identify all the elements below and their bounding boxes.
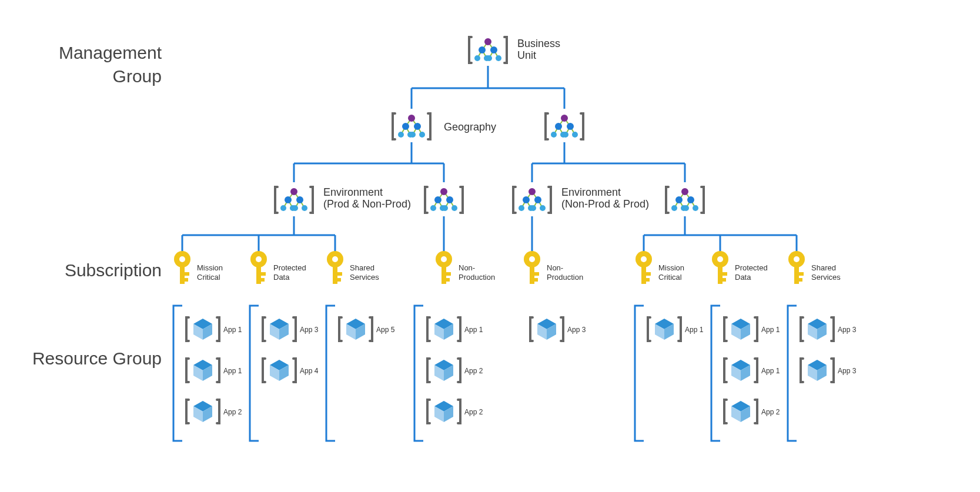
resource-group: App 3 — [801, 317, 857, 341]
subscription: Non-Production — [436, 251, 495, 284]
svg-text:App 3: App 3 — [838, 367, 857, 375]
subscription: SharedServices — [327, 251, 379, 284]
svg-text:(Prod & Non-Prod): (Prod & Non-Prod) — [323, 198, 411, 210]
subscription: MissionCritical — [636, 251, 684, 284]
svg-text:Services: Services — [811, 273, 841, 282]
node-env-right: Environment — [561, 186, 621, 198]
label-subscription: Subscription — [65, 260, 162, 280]
resource-group: App 5 — [339, 317, 395, 341]
resource-group: App 2 — [427, 400, 483, 423]
key-icon — [636, 251, 652, 284]
cube-icon — [427, 359, 460, 382]
svg-text:App 2: App 2 — [464, 408, 483, 416]
svg-text:Services: Services — [350, 273, 379, 282]
svg-text:App 1: App 1 — [223, 326, 242, 334]
diagram-canvas: Management Group Subscription Resource G… — [0, 0, 980, 492]
cube-icon — [186, 400, 219, 423]
svg-text:App 2: App 2 — [223, 408, 242, 416]
svg-text:Critical: Critical — [658, 273, 682, 282]
cube-icon — [427, 400, 460, 423]
svg-text:Non-: Non- — [547, 263, 563, 272]
key-icon — [436, 251, 452, 284]
svg-text:App 3: App 3 — [300, 326, 319, 334]
svg-text:App 5: App 5 — [376, 326, 395, 334]
management-group-icon — [546, 113, 583, 139]
svg-text:Production: Production — [547, 273, 583, 282]
key-icon — [250, 251, 267, 284]
svg-text:Data: Data — [273, 273, 290, 282]
node-business-unit: Business — [517, 38, 560, 49]
label-management-group: Management — [59, 43, 162, 62]
svg-text:App 2: App 2 — [464, 367, 483, 375]
svg-text:App 1: App 1 — [761, 326, 780, 334]
management-group-icon — [513, 187, 551, 213]
management-group-icon — [469, 37, 507, 63]
key-icon — [524, 251, 540, 284]
management-group-icon — [666, 187, 704, 213]
resource-group: App 1 — [724, 317, 780, 341]
resource-group: App 1 — [724, 359, 780, 382]
cube-icon — [724, 317, 757, 341]
svg-text:Protected: Protected — [273, 263, 306, 272]
svg-text:Data: Data — [735, 273, 751, 282]
svg-text:Production: Production — [459, 273, 495, 282]
resource-group: App 4 — [263, 359, 319, 382]
svg-text:Shared: Shared — [350, 263, 374, 272]
cube-icon — [801, 359, 834, 382]
cube-icon — [339, 317, 372, 341]
resource-group: App 3 — [263, 317, 319, 341]
svg-text:Mission: Mission — [658, 263, 684, 272]
resource-group: App 1 — [186, 317, 242, 341]
subscription: ProtectedData — [250, 251, 306, 284]
svg-text:App 1: App 1 — [223, 367, 242, 375]
svg-text:Critical: Critical — [197, 273, 220, 282]
svg-text:Shared: Shared — [811, 263, 836, 272]
management-group-icon — [393, 113, 430, 139]
resource-group: App 3 — [801, 359, 857, 382]
label-resource-group: Resource Group — [32, 349, 162, 368]
node-geography: Geography — [444, 121, 496, 133]
resource-group: App 2 — [427, 359, 483, 382]
svg-text:(Non-Prod & Prod): (Non-Prod & Prod) — [561, 198, 649, 210]
subscription: Non-Production — [524, 251, 583, 284]
svg-text:App 1: App 1 — [761, 367, 780, 375]
subscription: SharedServices — [788, 251, 841, 284]
resource-group: App 3 — [530, 317, 586, 341]
cube-icon — [263, 359, 296, 382]
svg-text:App 1: App 1 — [464, 326, 483, 334]
cube-icon — [186, 359, 219, 382]
key-icon — [712, 251, 728, 284]
svg-text:App 3: App 3 — [838, 326, 857, 334]
cube-icon — [263, 317, 296, 341]
svg-text:App 1: App 1 — [685, 326, 704, 334]
key-icon — [788, 251, 805, 284]
resource-group: App 1 — [427, 317, 483, 341]
svg-text:App 3: App 3 — [567, 326, 586, 334]
cube-icon — [648, 317, 681, 341]
cube-icon — [186, 317, 219, 341]
subscription: ProtectedData — [712, 251, 768, 284]
svg-text:Mission: Mission — [197, 263, 223, 272]
svg-text:App 4: App 4 — [300, 367, 319, 375]
svg-text:Non-: Non- — [459, 263, 475, 272]
node-env-left: Environment — [323, 186, 383, 198]
label-management-group-2: Group — [113, 66, 162, 86]
resource-group: App 1 — [186, 359, 242, 382]
key-icon — [327, 251, 343, 284]
resource-group: App 2 — [724, 400, 780, 423]
management-group-icon — [275, 187, 313, 213]
key-icon — [174, 251, 190, 284]
cube-icon — [427, 317, 460, 341]
svg-text:Unit: Unit — [517, 49, 536, 61]
svg-text:App 2: App 2 — [761, 408, 780, 416]
cube-icon — [724, 400, 757, 423]
resource-group: App 1 — [648, 317, 704, 341]
cube-icon — [724, 359, 757, 382]
management-group-icon — [425, 187, 463, 213]
subscription: MissionCritical — [174, 251, 223, 284]
svg-text:Protected: Protected — [735, 263, 768, 272]
cube-icon — [530, 317, 563, 341]
resource-group: App 2 — [186, 400, 242, 423]
cube-icon — [801, 317, 834, 341]
